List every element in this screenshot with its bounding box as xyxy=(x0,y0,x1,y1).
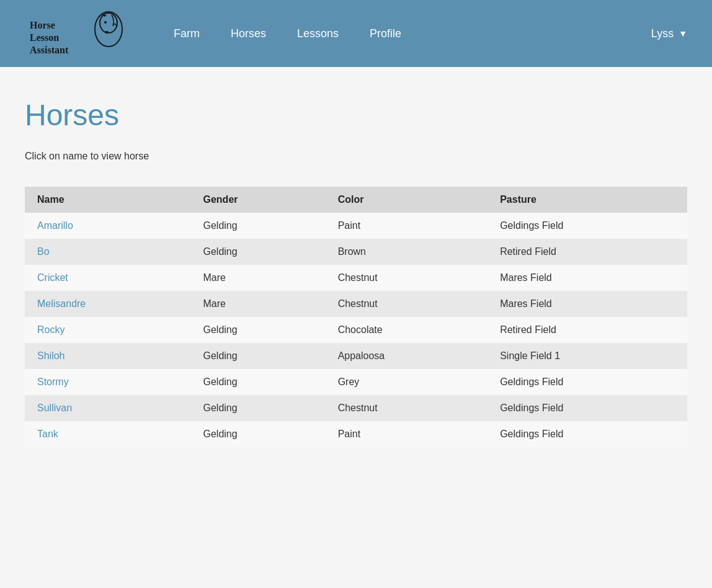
svg-point-7 xyxy=(105,31,109,33)
horse-gender-cell: Mare xyxy=(190,291,325,317)
table-row: MelisandreMareChestnutMares Field xyxy=(25,291,687,317)
nav-links: Farm Horses Lessons Profile xyxy=(174,27,651,40)
horse-name-link[interactable]: Stormy xyxy=(37,376,69,387)
svg-text:Lesson: Lesson xyxy=(30,32,59,43)
dropdown-icon: ▼ xyxy=(679,29,687,38)
table-row: BoGeldingBrownRetired Field xyxy=(25,239,687,265)
horse-gender-cell: Gelding xyxy=(190,343,325,369)
col-name: Name xyxy=(25,187,190,213)
horse-pasture-cell: Geldings Field xyxy=(487,213,687,239)
main-content: Horses Click on name to view horse Name … xyxy=(0,67,712,588)
horse-color-cell: Paint xyxy=(326,421,488,447)
table-row: TankGeldingPaintGeldings Field xyxy=(25,421,687,447)
horse-gender-cell: Mare xyxy=(190,265,325,291)
horse-name-link[interactable]: Bo xyxy=(37,246,50,257)
horse-gender-cell: Gelding xyxy=(190,239,325,265)
svg-text:Horse: Horse xyxy=(30,20,55,30)
horse-pasture-cell: Retired Field xyxy=(487,239,687,265)
horse-pasture-cell: Geldings Field xyxy=(487,369,687,395)
horse-name-cell: Shiloh xyxy=(25,343,190,369)
horse-name-cell: Sullivan xyxy=(25,395,190,421)
horse-color-cell: Chocolate xyxy=(326,317,488,343)
horse-name-cell: Melisandre xyxy=(25,291,190,317)
horse-name-link[interactable]: Rocky xyxy=(37,324,65,335)
horse-color-cell: Grey xyxy=(326,369,488,395)
table-header: Name Gender Color Pasture xyxy=(25,187,687,213)
horse-gender-cell: Gelding xyxy=(190,369,325,395)
horse-color-cell: Paint xyxy=(326,213,488,239)
horse-name-cell: Amarillo xyxy=(25,213,190,239)
table-row: StormyGeldingGreyGeldings Field xyxy=(25,369,687,395)
user-menu[interactable]: Lyss ▼ xyxy=(651,27,687,40)
horse-color-cell: Chestnut xyxy=(326,395,488,421)
table-row: CricketMareChestnutMares Field xyxy=(25,265,687,291)
navbar: Horse Lesson Assistant Farm Horses Lesso… xyxy=(0,0,712,67)
instruction-text: Click on name to view horse xyxy=(25,151,687,162)
horse-color-cell: Chestnut xyxy=(326,291,488,317)
horse-name-link[interactable]: Amarillo xyxy=(37,220,73,231)
horse-pasture-cell: Retired Field xyxy=(487,317,687,343)
user-name: Lyss xyxy=(651,27,674,40)
horse-name-link[interactable]: Cricket xyxy=(37,272,68,283)
page-title: Horses xyxy=(25,98,687,132)
horse-gender-cell: Gelding xyxy=(190,317,325,343)
table-row: AmarilloGeldingPaintGeldings Field xyxy=(25,213,687,239)
svg-text:Assistant: Assistant xyxy=(30,45,69,55)
logo: Horse Lesson Assistant xyxy=(25,9,136,58)
svg-point-4 xyxy=(100,13,117,33)
horse-name-cell: Tank xyxy=(25,421,190,447)
col-color: Color xyxy=(326,187,488,213)
horse-color-cell: Brown xyxy=(326,239,488,265)
table-row: RockyGeldingChocolateRetired Field xyxy=(25,317,687,343)
horse-gender-cell: Gelding xyxy=(190,395,325,421)
horse-color-cell: Chestnut xyxy=(326,265,488,291)
horse-name-link[interactable]: Tank xyxy=(37,429,58,439)
horse-name-cell: Stormy xyxy=(25,369,190,395)
nav-horses[interactable]: Horses xyxy=(231,27,266,40)
horse-name-cell: Rocky xyxy=(25,317,190,343)
horse-name-link[interactable]: Sullivan xyxy=(37,403,72,413)
nav-profile[interactable]: Profile xyxy=(370,27,401,40)
nav-farm[interactable]: Farm xyxy=(174,27,200,40)
horse-gender-cell: Gelding xyxy=(190,213,325,239)
logo-svg: Horse Lesson Assistant xyxy=(25,9,136,58)
horse-name-link[interactable]: Melisandre xyxy=(37,298,86,309)
horse-pasture-cell: Geldings Field xyxy=(487,395,687,421)
table-body: AmarilloGeldingPaintGeldings FieldBoGeld… xyxy=(25,213,687,447)
horse-pasture-cell: Mares Field xyxy=(487,265,687,291)
horse-name-cell: Cricket xyxy=(25,265,190,291)
horses-table: Name Gender Color Pasture AmarilloGeldin… xyxy=(25,187,687,447)
horse-pasture-cell: Mares Field xyxy=(487,291,687,317)
table-row: ShilohGeldingAppaloosaSingle Field 1 xyxy=(25,343,687,369)
horse-gender-cell: Gelding xyxy=(190,421,325,447)
horse-name-link[interactable]: Shiloh xyxy=(37,350,65,361)
horse-pasture-cell: Single Field 1 xyxy=(487,343,687,369)
svg-point-6 xyxy=(104,21,107,24)
table-row: SullivanGeldingChestnutGeldings Field xyxy=(25,395,687,421)
horse-name-cell: Bo xyxy=(25,239,190,265)
horse-pasture-cell: Geldings Field xyxy=(487,421,687,447)
col-pasture: Pasture xyxy=(487,187,687,213)
nav-lessons[interactable]: Lessons xyxy=(297,27,339,40)
svg-point-3 xyxy=(95,12,122,47)
horse-color-cell: Appaloosa xyxy=(326,343,488,369)
col-gender: Gender xyxy=(190,187,325,213)
